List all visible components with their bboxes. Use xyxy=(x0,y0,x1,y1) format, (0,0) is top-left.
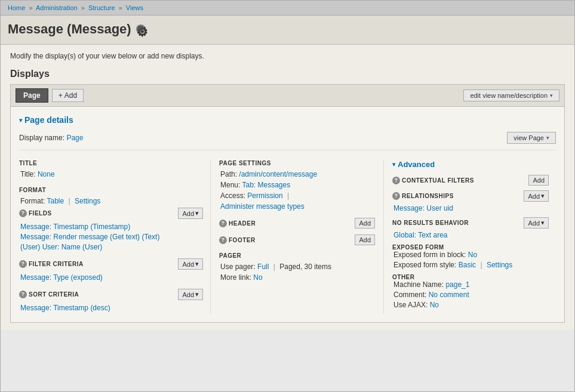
relationships-header: ? RELATIONSHIPS Add ▾ xyxy=(392,190,549,202)
header-heading-text: HEADER xyxy=(229,220,256,227)
breadcrumb: Home » Administration » Structure » View… xyxy=(1,1,574,16)
add-label: Add xyxy=(64,91,77,100)
display-name-row: Display name: Page view Page ▾ xyxy=(19,132,556,150)
other-section: OTHER Machine Name: page_1 Comment: No c… xyxy=(392,274,549,309)
relationships-section: ? RELATIONSHIPS Add ▾ Message: User uid xyxy=(392,190,549,212)
filter-header: ? FILTER CRITERIA Add ▾ xyxy=(19,258,203,270)
tab-page[interactable]: Page xyxy=(16,88,48,103)
col-middle: PAGE SETTINGS Path: /admin/content/messa… xyxy=(210,160,383,314)
filter-dropdown-arrow-icon: ▾ xyxy=(195,260,199,268)
add-header-button[interactable]: Add xyxy=(355,218,375,229)
field-item: Message: Timestamp (Timestamp) xyxy=(19,223,203,231)
add-filter-button[interactable]: Add ▾ xyxy=(178,258,203,270)
comment: Comment: No comment xyxy=(392,291,549,299)
plus-icon: + xyxy=(59,91,63,100)
breadcrumb-admin[interactable]: Administration xyxy=(36,4,78,11)
path-value: Path: /admin/content/message xyxy=(219,170,375,178)
fields-heading-text: FIELDS xyxy=(29,210,52,217)
display-name-label: Display name: xyxy=(19,134,64,142)
format-link[interactable]: Table xyxy=(47,197,64,205)
field-link-2[interactable]: (User) User: Name (User) xyxy=(20,243,102,251)
add-field-button[interactable]: Add ▾ xyxy=(178,208,203,219)
exposed-form-block: Exposed form in block: No xyxy=(392,251,549,259)
sort-heading-text: SORT CRITERIA xyxy=(29,291,79,298)
no-results-section: NO RESULTS BEHAVIOR Add ▾ Global: Text a… xyxy=(392,217,549,239)
relationships-help-icon[interactable]: ? xyxy=(392,192,400,200)
add-relationship-button[interactable]: Add ▾ xyxy=(524,190,549,202)
view-page-arrow-icon: ▾ xyxy=(546,135,549,141)
displays-toolbar-left: Page + Add xyxy=(16,88,84,103)
no-results-value: Global: Text area xyxy=(392,231,549,239)
add-no-results-button[interactable]: Add ▾ xyxy=(524,217,549,229)
no-results-text: NO RESULTS BEHAVIOR xyxy=(392,220,469,226)
format-heading: FORMAT xyxy=(19,187,203,193)
filter-help-icon[interactable]: ? xyxy=(19,260,27,268)
add-contextual-button[interactable]: Add xyxy=(528,175,549,186)
filter-heading-text: FILTER CRITERIA xyxy=(29,261,84,267)
gear-icon[interactable]: ⚙ xyxy=(136,24,146,34)
contextual-filters-section: ? CONTEXTUAL FILTERS Add xyxy=(392,175,549,186)
comment-link[interactable]: No comment xyxy=(429,291,469,299)
breadcrumb-views[interactable]: Views xyxy=(126,4,143,11)
display-name-link[interactable]: Page xyxy=(66,134,83,142)
footer-label: ? FOOTER xyxy=(219,236,256,244)
ajax-link[interactable]: No xyxy=(430,301,439,309)
access-extra-link[interactable]: Administer message types xyxy=(220,202,305,211)
breadcrumb-structure[interactable]: Structure xyxy=(88,4,115,11)
add-footer-button[interactable]: Add xyxy=(355,234,375,245)
page-details-title: Page details xyxy=(24,115,73,125)
footer-help-icon[interactable]: ? xyxy=(219,236,227,244)
exposed-form-text: EXPOSED FORM xyxy=(392,244,444,251)
add-sort-button[interactable]: Add ▾ xyxy=(178,289,203,300)
menu-link[interactable]: Tab: Messages xyxy=(242,181,290,189)
more-link-link[interactable]: No xyxy=(253,273,262,282)
machine-name-link[interactable]: page_1 xyxy=(445,280,469,289)
exposed-form-style-link[interactable]: Basic xyxy=(459,261,476,269)
sort-dropdown-arrow-icon: ▾ xyxy=(195,291,199,298)
exposed-form-block-link[interactable]: No xyxy=(468,251,477,259)
page-details-header: ▾ Page details xyxy=(19,115,556,125)
header-help-icon[interactable]: ? xyxy=(219,220,227,227)
view-page-button[interactable]: view Page ▾ xyxy=(507,132,556,144)
contextual-help-icon[interactable]: ? xyxy=(392,177,400,184)
page-settings-heading: PAGE SETTINGS xyxy=(219,160,375,166)
breadcrumb-home[interactable]: Home xyxy=(8,4,25,11)
col-left: TITLE Title: None FORMAT Format: Table |… xyxy=(19,160,210,314)
fields-dropdown-arrow-icon: ▾ xyxy=(195,209,199,217)
displays-label: Displays xyxy=(10,69,565,79)
edit-view-label: edit view name/description xyxy=(470,92,548,99)
header-header: ? HEADER Add xyxy=(219,218,375,229)
filter-link-0[interactable]: Message: Type (exposed) xyxy=(20,273,103,282)
page-title: Message (Message) ⚙ xyxy=(8,21,567,37)
dropdown-arrow-icon: ▾ xyxy=(550,92,553,98)
relationships-link[interactable]: Message: User uid xyxy=(393,204,453,212)
format-settings-link[interactable]: Settings xyxy=(75,197,100,205)
field-link-0[interactable]: Message: Timestamp (Timestamp) xyxy=(20,223,130,231)
contextual-filters-title: ? CONTEXTUAL FILTERS xyxy=(392,177,474,184)
view-content-area: ▾ Page details Display name: Page view P… xyxy=(10,107,565,323)
path-link[interactable]: /admin/content/message xyxy=(239,170,317,178)
pager-link[interactable]: Full xyxy=(257,263,269,271)
sort-help-icon[interactable]: ? xyxy=(19,291,27,298)
edit-view-name-button[interactable]: edit view name/description ▾ xyxy=(463,89,559,101)
main-content: Modify the display(s) of your view below… xyxy=(1,45,574,330)
footer-heading-text: FOOTER xyxy=(229,237,256,243)
advanced-title: Advanced xyxy=(398,160,435,169)
access-link[interactable]: Permission xyxy=(247,192,282,200)
advanced-triangle-icon: ▾ xyxy=(392,161,395,168)
access-extra: Administer message types xyxy=(219,202,375,211)
format-value: Format: Table | Settings xyxy=(19,197,203,205)
relationship-dropdown-icon: ▾ xyxy=(541,192,545,200)
sort-link-0[interactable]: Message: Timestamp (desc) xyxy=(20,304,110,312)
filter-item: Message: Type (exposed) xyxy=(19,273,203,282)
add-display-button[interactable]: + Add xyxy=(52,89,84,102)
title-link[interactable]: None xyxy=(38,170,55,178)
fields-help-icon[interactable]: ? xyxy=(19,209,27,217)
exposed-form-settings-link[interactable]: Settings xyxy=(487,261,512,269)
intro-text: Modify the display(s) of your view below… xyxy=(10,52,565,60)
no-results-link[interactable]: Global: Text area xyxy=(393,231,448,239)
advanced-header: ▾ Advanced xyxy=(392,160,549,169)
exposed-form-section: EXPOSED FORM Exposed form in block: No E… xyxy=(392,244,549,269)
pager-extra: Paged, 30 items xyxy=(279,263,331,271)
field-link-1[interactable]: Message: Render message (Get text) (Text… xyxy=(20,233,159,241)
